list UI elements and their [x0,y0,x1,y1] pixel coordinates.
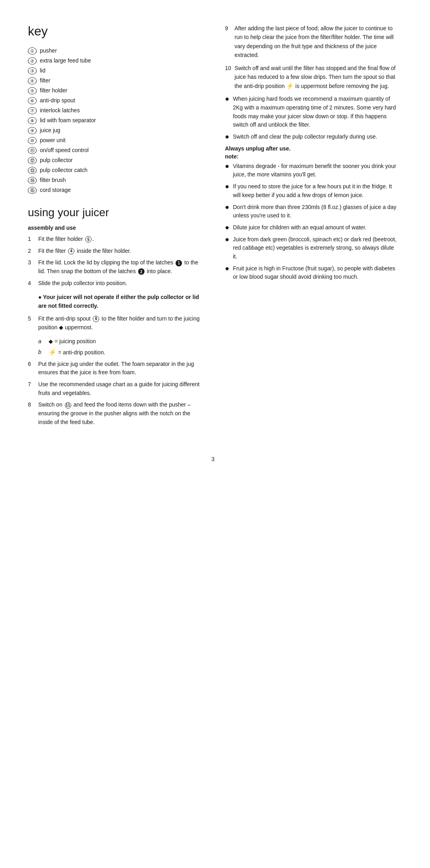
bullet-dot-1: ● [225,95,231,104]
sub-text-a: ◆ = juicing position [49,337,96,346]
right-num-10: 10 [225,64,235,72]
key-label-3: lid [40,66,45,75]
note-bullet-1: ● Vitamins degrade - for maximum benefit… [225,162,398,179]
list-item: ⑤ filter holder [28,86,201,95]
sub-label-a: a [38,337,46,346]
circle-4: 4 [68,248,74,254]
page-footer: 3 [28,456,398,462]
step-text-5: Fit the anti-drip spout 6 to the filter … [38,315,201,332]
key-list: ① pusher ② extra large feed tube ③ lid ④… [28,47,201,194]
step-7: 7 Use the recommended usage chart as a g… [28,380,201,397]
step-num-6: 6 [28,360,36,369]
sub-text-b: ⚡ = anti-drip position. [49,348,106,358]
key-label-11: on/off speed control [40,146,89,154]
filled-2: 2 [138,268,145,275]
lightning-icon-10: ⚡ [286,82,294,89]
step-5: 5 Fit the anti-drip spout 6 to the filte… [28,315,201,332]
bullet-pulp: ● Switch off and clear the pulp collecto… [225,133,398,141]
section2-title: using your juicer [28,206,201,219]
key-label-6: anti-drip spout [40,96,75,105]
step-8: 8 Switch on 11 and feed the food items d… [28,401,201,426]
circle-6: 6 [93,316,99,322]
note-dot-3: ● [225,203,231,212]
step-text-2: Fit the filter 4 inside the filter holde… [38,247,201,256]
key-num-12: ⑫ [28,157,37,164]
list-item: ⑬ pulp collector catch [28,166,201,174]
bold-warning: ● Your juicer will not operate if either… [38,293,201,310]
warning-text: Your juicer will not operate if either t… [38,294,199,309]
list-item: ② extra large feed tube [28,57,201,65]
key-label-1: pusher [40,47,57,55]
step-1: 1 Fit the filter holder 5. [28,235,201,244]
list-item: ⑨ juice jug [28,126,201,135]
step-text-1: Fit the filter holder 5. [38,235,201,244]
lightning-icon-b: ⚡ [49,349,57,356]
step-2: 2 Fit the filter 4 inside the filter hol… [28,247,201,256]
key-label-9: juice jug [40,126,60,135]
right-column: 9 After adding the last piece of food; a… [221,24,398,432]
note-label: note: [225,153,398,160]
list-item: ⑧ lid with foam separator [28,116,201,125]
right-text-10: Switch off and wait until the filter has… [235,64,398,91]
key-label-4: filter [40,76,50,85]
key-label-14: filter brush [40,176,66,184]
note-text-1: Vitamins degrade - for maximum benefit t… [233,162,398,179]
note-bullet-2: ● If you need to store the juice for a f… [225,182,398,199]
key-num-10: ⑩ [28,137,37,144]
key-num-1: ① [28,47,37,55]
key-num-15: ⑮ [28,187,37,194]
filled-1: 1 [176,260,182,266]
steps-list-cont2: 6 Put the juice jug under the outlet. Th… [28,360,201,427]
bullet-text-1: When juicing hard foods we recommend a m… [233,95,398,129]
right-step-9: 9 After adding the last piece of food; a… [225,24,398,60]
step-3: 3 Fit the lid. Lock the lid by clipping … [28,258,201,276]
note-bullet-6: ● Fruit juice is high in Fructose (fruit… [225,264,398,282]
key-num-13: ⑬ [28,167,37,174]
step-num-1: 1 [28,235,36,244]
note-dot-1: ● [225,162,231,171]
steps-list-cont: 5 Fit the anti-drip spout 6 to the filte… [28,315,201,332]
step-text-8: Switch on 11 and feed the food items dow… [38,401,201,426]
sub-list: a ◆ = juicing position b ⚡ = anti-drip p… [38,337,201,357]
bullet-text-2: Switch off and clear the pulp collector … [233,133,377,141]
note-dot-6: ● [225,264,231,273]
key-label-2: extra large feed tube [40,57,91,65]
key-num-4: ④ [28,77,37,84]
list-item: ① pusher [28,47,201,55]
step-num-7: 7 [28,380,36,389]
step-text-4: Slide the pulp collector into position. [38,279,201,288]
note-bullet-5: ● Juice from dark green (broccoli, spina… [225,235,398,261]
list-item: ⑫ pulp collector [28,156,201,164]
step-num-3: 3 [28,258,36,267]
right-text-9: After adding the last piece of food; all… [235,24,398,60]
step-6: 6 Put the juice jug under the outlet. Th… [28,360,201,377]
left-column: key ① pusher ② extra large feed tube ③ l… [28,24,205,432]
right-bullets: ● When juicing hard foods we recommend a… [225,95,398,141]
key-num-2: ② [28,57,37,65]
page-title: key [28,24,201,39]
always-unplug: Always unplug after use. [225,145,398,152]
note-text-6: Fruit juice is high in Fructose (fruit s… [233,264,398,282]
note-text-2: If you need to store the juice for a few… [233,182,398,199]
note-text-4: Dilute juice for children with an equal … [233,223,366,232]
page-container: key ① pusher ② extra large feed tube ③ l… [28,24,398,462]
list-item: ⑥ anti-drip spout [28,96,201,105]
note-bullets: ● Vitamins degrade - for maximum benefit… [225,162,398,282]
key-num-3: ③ [28,67,37,74]
step-num-8: 8 [28,401,36,409]
list-item: ⑮ cord storage [28,186,201,194]
circle-11: 11 [65,402,71,409]
note-dot-5: ● [225,235,231,244]
list-item: ④ filter [28,76,201,85]
note-text-5: Juice from dark green (broccoli, spinach… [233,235,398,261]
right-num-9: 9 [225,24,235,33]
page-number: 3 [211,456,215,462]
list-item: ⑪ on/off speed control [28,146,201,154]
list-item: ⑭ filter brush [28,176,201,184]
sub-item-b: b ⚡ = anti-drip position. [38,348,201,358]
note-dot-2: ● [225,182,231,191]
note-dot-4: ● [225,223,231,232]
steps-list: 1 Fit the filter holder 5. 2 Fit the fil… [28,235,201,287]
key-label-8: lid with foam separator [40,116,96,125]
note-bullet-4: ● Dilute juice for children with an equa… [225,223,398,232]
